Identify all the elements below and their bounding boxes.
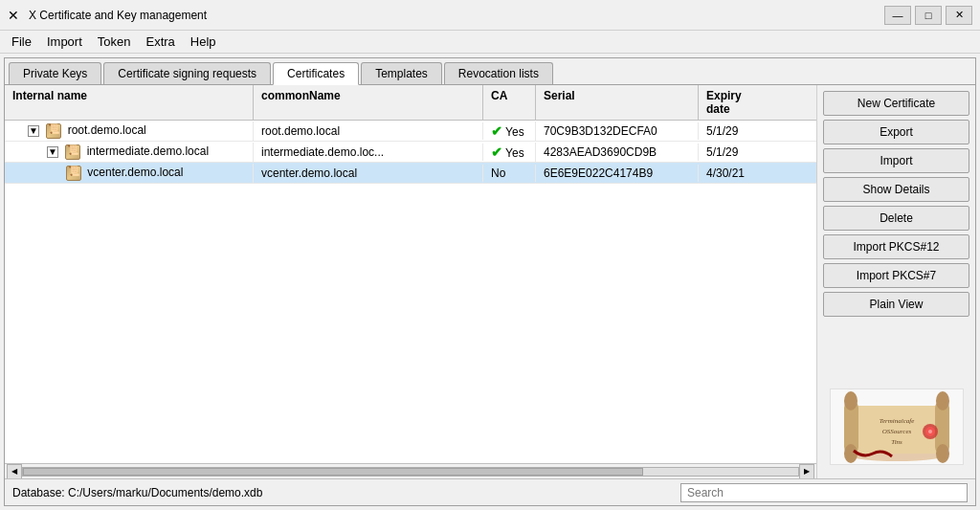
window-controls: — □ ✕ [884, 6, 972, 25]
svg-point-4 [844, 391, 858, 410]
scroll-left[interactable]: ◀ [7, 464, 22, 479]
svg-point-13 [928, 430, 932, 433]
new-certificate-button[interactable]: New Certificate [823, 91, 969, 116]
menubar: File Import Token Extra Help [0, 31, 980, 54]
content-area: Internal name commonName CA Serial Expir… [5, 85, 975, 478]
cert-icon [66, 166, 81, 181]
expand-icon[interactable]: ▼ [28, 125, 39, 137]
cell-serial: 6E6E9E022C4174B9 [536, 165, 699, 182]
menu-help[interactable]: Help [183, 33, 224, 51]
ca-checkmark: ✔ [491, 144, 502, 160]
cell-common-name: intermediate.demo.loc... [254, 144, 483, 161]
tab-templates[interactable]: Templates [361, 62, 442, 84]
tab-csr[interactable]: Certificate signing requests [103, 62, 271, 84]
cell-serial: 70C9B3D132DECFA0 [536, 122, 699, 140]
minimize-button[interactable]: — [884, 6, 911, 25]
svg-text:OSSources: OSSources [881, 428, 911, 435]
cell-ca: ✔ Yes [483, 122, 536, 141]
app-title: X Certificate and Key management [29, 9, 884, 22]
cell-internal-name: ▼ intermediate.demo.local [5, 143, 254, 162]
app-logo: Terminalcafe OSSources Tins [830, 388, 964, 465]
horizontal-scrollbar[interactable]: ◀ ▶ [5, 463, 816, 478]
main-window: Private Keys Certificate signing request… [4, 57, 976, 506]
cell-ca: ✔ Yes [483, 143, 536, 162]
export-button[interactable]: Export [823, 120, 969, 144]
delete-button[interactable]: Delete [823, 206, 969, 231]
cell-expiry: 5/1/29 [699, 122, 775, 140]
menu-token[interactable]: Token [90, 33, 139, 51]
table-row[interactable]: ▼ root.demo.local root.demo.local ✔ Yes … [5, 121, 816, 142]
scrollbar-thumb[interactable] [23, 468, 643, 476]
close-button[interactable]: ✕ [946, 6, 972, 25]
expand-icon[interactable]: ▼ [47, 146, 58, 158]
maximize-button[interactable]: □ [915, 6, 942, 25]
cell-serial: 4283AEAD3690CD9B [536, 144, 699, 161]
import-pkcs7-button[interactable]: Import PKCS#7 [823, 263, 969, 288]
menu-extra[interactable]: Extra [139, 33, 183, 51]
import-pkcs12-button[interactable]: Import PKCS#12 [823, 234, 969, 259]
logo-svg: Terminalcafe OSSources Tins [835, 391, 959, 463]
statusbar: Database: C:/Users/marku/Documents/demo.… [5, 478, 975, 505]
tab-private-keys[interactable]: Private Keys [9, 62, 101, 84]
plain-view-button[interactable]: Plain View [823, 292, 969, 317]
cell-common-name: vcenter.demo.local [254, 165, 483, 182]
search-input[interactable] [680, 483, 968, 502]
col-serial: Serial [536, 85, 699, 120]
col-internal-name: Internal name [5, 85, 254, 120]
col-common-name: commonName [254, 85, 483, 120]
svg-text:Tins: Tins [891, 438, 902, 446]
table-row[interactable]: vcenter.demo.local vcenter.demo.local No… [5, 163, 816, 184]
table-row[interactable]: ▼ intermediate.demo.local intermediate.d… [5, 142, 816, 163]
app-logo-area: Terminalcafe OSSources Tins [823, 381, 969, 473]
cell-internal-name: vcenter.demo.local [5, 164, 254, 183]
table-header: Internal name commonName CA Serial Expir… [5, 85, 816, 121]
scrollbar-track[interactable] [22, 467, 799, 477]
col-ca: CA [483, 85, 536, 120]
cell-common-name: root.demo.local [254, 122, 483, 140]
cert-icon [46, 123, 61, 139]
tab-certificates[interactable]: Certificates [273, 62, 359, 85]
menu-file[interactable]: File [4, 33, 39, 51]
cell-expiry: 4/30/21 [699, 165, 775, 182]
sidebar: New Certificate Export Import Show Detai… [817, 85, 975, 478]
tab-revocation[interactable]: Revocation lists [444, 62, 553, 84]
database-path: Database: C:/Users/marku/Documents/demo.… [12, 486, 673, 499]
svg-text:Terminalcafe: Terminalcafe [879, 417, 914, 425]
titlebar: ✕ X Certificate and Key management — □ ✕ [0, 0, 980, 31]
cell-internal-name: ▼ root.demo.local [5, 122, 254, 141]
ca-checkmark: ✔ [491, 123, 502, 139]
svg-point-7 [936, 444, 949, 463]
tab-bar: Private Keys Certificate signing request… [5, 58, 975, 85]
menu-import[interactable]: Import [39, 33, 90, 51]
table-body: ▼ root.demo.local root.demo.local ✔ Yes … [5, 121, 816, 463]
svg-point-6 [936, 391, 949, 410]
import-button[interactable]: Import [823, 148, 969, 173]
col-expiry: Expiry date [699, 85, 775, 120]
show-details-button[interactable]: Show Details [823, 177, 969, 202]
cert-icon [65, 144, 80, 160]
app-icon: ✕ [8, 8, 23, 23]
scroll-right[interactable]: ▶ [799, 464, 814, 479]
cell-expiry: 5/1/29 [699, 144, 775, 161]
cell-ca: No [483, 165, 536, 182]
certificate-table-area: Internal name commonName CA Serial Expir… [5, 85, 817, 478]
